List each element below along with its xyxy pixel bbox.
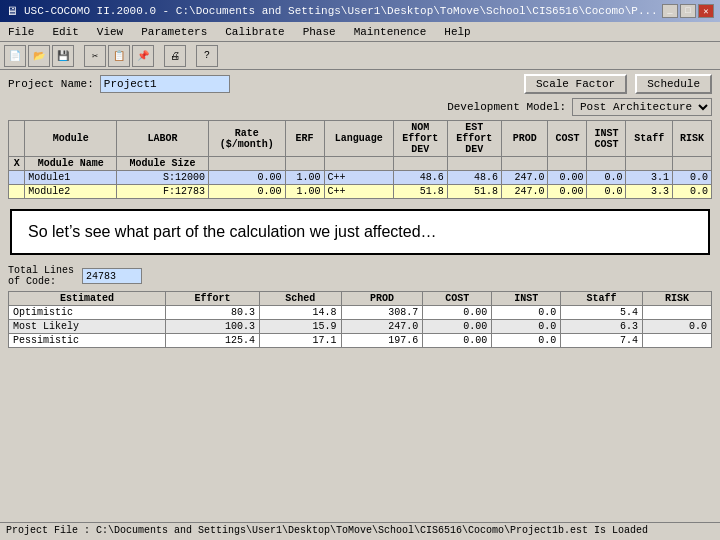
stats-th-staff: Staff [561,292,643,306]
stats-staff-opt: 5.4 [561,306,643,320]
table-row: Module2 F:12783 0.00 1.00 C++ 51.8 51.8 … [9,185,712,199]
status-text: Project File : C:\Documents and Settings… [6,525,648,536]
menu-edit[interactable]: Edit [48,25,82,39]
devmodel-row: Development Model: Early Design Post Arc… [8,98,712,116]
stats-cost-pes: 0.00 [423,334,492,348]
cell-prod-2: 247.0 [501,185,548,199]
title-text: 🖥 USC-COCOMO II.2000.0 - C:\Documents an… [6,4,658,19]
scale-factor-button[interactable]: Scale Factor [524,74,627,94]
help-button[interactable]: ? [196,45,218,67]
stats-prod-pes: 197.6 [341,334,423,348]
table-row: Module1 S:12000 0.00 1.00 C++ 48.6 48.6 … [9,171,712,185]
minimize-button[interactable]: _ [662,4,678,18]
cut-button[interactable]: ✂ [84,45,106,67]
th-x2: X [9,157,25,171]
th-lang: Language [324,121,393,157]
stats-th-estimated: Estimated [9,292,166,306]
stats-th-cost: COST [423,292,492,306]
stats-risk-ml: 0.0 [642,320,711,334]
maximize-button[interactable]: □ [680,4,696,18]
stats-th-sched: Sched [260,292,342,306]
cell-cost-1: 0.00 [548,171,587,185]
cell-staff-1: 3.1 [626,171,673,185]
project-right: Scale Factor Schedule [524,74,712,94]
th-module-name-h2: Module Name [25,157,117,171]
th-erf2 [285,157,324,171]
stats-label-pes: Pessimistic [9,334,166,348]
print-button[interactable]: 🖨 [164,45,186,67]
th-rate: Rate($/month) [208,121,285,157]
cell-module-name-2: Module2 [25,185,117,199]
cell-risk-1: 0.0 [672,171,711,185]
stats-th-risk: RISK [642,292,711,306]
new-button[interactable]: 📄 [4,45,26,67]
bottom-section: Total Lines of Code: Estimated Effort Sc… [8,265,712,348]
stats-prod-ml: 247.0 [341,320,423,334]
open-button[interactable]: 📂 [28,45,50,67]
menu-calibrate[interactable]: Calibrate [221,25,288,39]
th-module-name-h: Module [25,121,117,157]
window-title: USC-COCOMO II.2000.0 - C:\Documents and … [24,5,658,17]
stats-inst-ml: 0.0 [492,320,561,334]
stats-th-inst: INST [492,292,561,306]
stats-label-opt: Optimistic [9,306,166,320]
cell-rate-1: 0.00 [208,171,285,185]
th-cost2 [548,157,587,171]
cell-size-2: F:12783 [117,185,209,199]
project-row: Project Name: Scale Factor Schedule [8,74,712,94]
th-prod2 [501,157,548,171]
menu-parameters[interactable]: Parameters [137,25,211,39]
menu-bar: File Edit View Parameters Calibrate Phas… [0,22,720,42]
stats-table: Estimated Effort Sched PROD COST INST St… [8,291,712,348]
callout-box: So let’s see what part of the calculatio… [10,209,710,255]
total-loc-label: Total Lines of Code: [8,265,74,287]
stats-sched-pes: 17.1 [260,334,342,348]
paste-button[interactable]: 📌 [132,45,154,67]
status-bar: Project File : C:\Documents and Settings… [0,522,720,540]
menu-file[interactable]: File [4,25,38,39]
stats-effort-ml: 100.3 [165,320,259,334]
window-controls[interactable]: _ □ ✕ [662,4,714,18]
th-labor: LABOR [117,121,209,157]
menu-phase[interactable]: Phase [299,25,340,39]
table-header-row1: Module LABOR Rate($/month) ERF Language … [9,121,712,157]
th-rate2 [208,157,285,171]
cell-prod-1: 247.0 [501,171,548,185]
save-button[interactable]: 💾 [52,45,74,67]
menu-maintenence[interactable]: Maintenence [350,25,431,39]
cell-inst-2: 0.0 [587,185,626,199]
th-x [9,121,25,157]
cell-lang-2: C++ [324,185,393,199]
th-erf: ERF [285,121,324,157]
menu-view[interactable]: View [93,25,127,39]
th-est-effort: ESTEffortDEV [447,121,501,157]
stats-prod-opt: 308.7 [341,306,423,320]
stats-cost-opt: 0.00 [423,306,492,320]
stats-inst-pes: 0.0 [492,334,561,348]
stats-cost-ml: 0.00 [423,320,492,334]
devmodel-label: Development Model: [447,101,566,113]
th-staff: Staff [626,121,673,157]
cell-erf-2: 1.00 [285,185,324,199]
th-nom-effort: NOMEffortDEV [393,121,447,157]
callout-text: So let’s see what part of the calculatio… [28,223,437,240]
menu-help[interactable]: Help [440,25,474,39]
project-name-input[interactable] [100,75,230,93]
stats-row-optimistic: Optimistic 80.3 14.8 308.7 0.00 0.0 5.4 [9,306,712,320]
total-loc-input[interactable] [82,268,142,284]
cell-erf-1: 1.00 [285,171,324,185]
close-button[interactable]: ✕ [698,4,714,18]
cell-est-2: 51.8 [447,185,501,199]
project-name-label: Project Name: [8,78,94,90]
cell-lang-1: C++ [324,171,393,185]
total-row: Total Lines of Code: [8,265,712,287]
stats-inst-opt: 0.0 [492,306,561,320]
stats-header-row: Estimated Effort Sched PROD COST INST St… [9,292,712,306]
copy-button[interactable]: 📋 [108,45,130,67]
schedule-button[interactable]: Schedule [635,74,712,94]
devmodel-select[interactable]: Early Design Post Architecture Reuse [572,98,712,116]
stats-staff-pes: 7.4 [561,334,643,348]
stats-risk-opt [642,306,711,320]
project-left: Project Name: [8,75,230,93]
cell-rate-2: 0.00 [208,185,285,199]
